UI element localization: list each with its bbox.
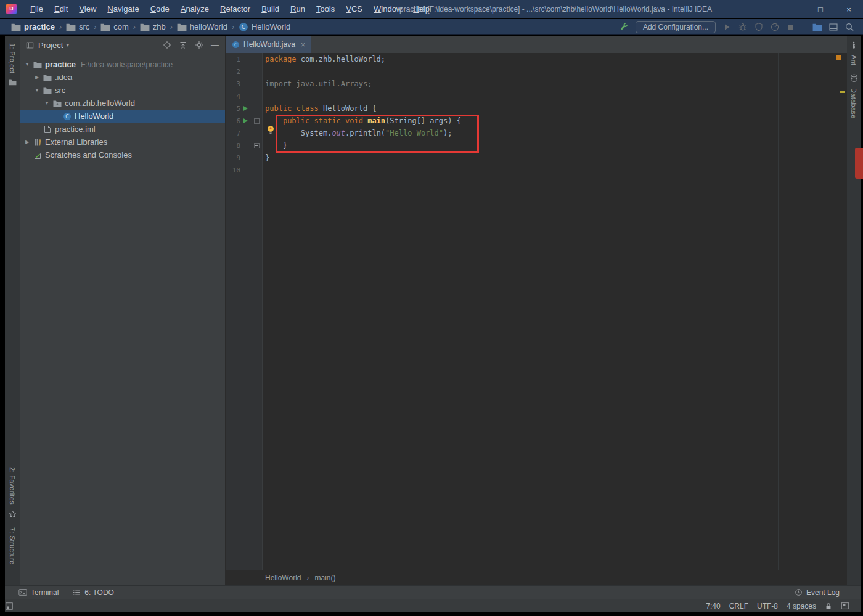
caret-position[interactable]: 7:40 <box>706 602 720 610</box>
line-ending[interactable]: CRLF <box>729 602 748 610</box>
run-icon[interactable] <box>722 22 732 32</box>
menu-item-analyze[interactable]: Analyze <box>176 3 214 15</box>
code-line-4[interactable]: 4 <box>226 90 847 102</box>
run-main-gutter-icon[interactable] <box>242 118 248 124</box>
tree-row-helloworld[interactable]: C HelloWorld <box>20 110 225 123</box>
project-structure-icon[interactable] <box>812 22 822 32</box>
tool-window-switcher-icon[interactable] <box>5 602 14 610</box>
code-line-5[interactable]: 5 public class HelloWorld { <box>226 102 847 115</box>
tab-close-icon[interactable]: × <box>301 40 306 49</box>
navigation-toolbar: practice › src › com › zhb › helloWorld … <box>0 19 863 35</box>
tree-row-package[interactable]: ▼ com.zhb.helloWorld <box>20 97 225 110</box>
folder-icon <box>43 87 52 94</box>
code-line-1[interactable]: 1 package com.zhb.helloWorld; <box>226 53 847 65</box>
collapse-all-icon[interactable] <box>179 41 187 49</box>
menu-item-edit[interactable]: Edit <box>49 3 73 15</box>
build-hammer-icon[interactable] <box>620 22 629 32</box>
add-configuration-button[interactable]: Add Configuration... <box>636 21 716 33</box>
minimize-button[interactable]: — <box>778 0 806 18</box>
highlighting-level-icon[interactable] <box>841 602 849 610</box>
code-line-2[interactable]: 2 <box>226 65 847 78</box>
menu-item-navigate[interactable]: Navigate <box>102 3 144 15</box>
tool-window-button-favorites[interactable]: 2: Favorites <box>5 467 20 518</box>
line-number: 5 <box>226 105 240 113</box>
run-class-gutter-icon[interactable] <box>242 105 248 111</box>
event-log-button[interactable]: Event Log <box>795 588 840 597</box>
hide-panel-icon[interactable]: — <box>211 42 219 48</box>
right-tool-stripe: Ant Database <box>847 36 861 585</box>
gear-icon[interactable] <box>195 41 203 49</box>
tool-window-button-structure[interactable]: 7: Structure <box>5 527 20 564</box>
folder-icon <box>66 22 76 32</box>
module-file-icon <box>44 125 51 134</box>
tool-window-button-database[interactable]: Database <box>847 74 861 119</box>
todo-button[interactable]: 6: TODO <box>72 588 114 597</box>
breadcrumb-zhb[interactable]: zhb <box>140 22 166 32</box>
intention-lightbulb-icon[interactable] <box>266 125 275 136</box>
layout-icon[interactable] <box>828 22 838 32</box>
code-line-10[interactable]: 10 <box>226 164 847 176</box>
stop-icon[interactable] <box>786 22 796 32</box>
folder-icon <box>100 22 110 32</box>
class-icon: C <box>63 112 72 121</box>
warning-stripe-mark[interactable] <box>840 91 845 93</box>
tree-row-practice[interactable]: ▼ practice F:\idea-workspace\practice <box>20 58 225 71</box>
menu-item-run[interactable]: Run <box>285 3 310 15</box>
code-line-3[interactable]: 3 import java.util.Arrays; <box>226 78 847 90</box>
indent-setting[interactable]: 4 spaces <box>787 602 816 610</box>
menu-item-tools[interactable]: Tools <box>311 3 340 15</box>
line-number: 3 <box>226 80 240 88</box>
libraries-icon <box>33 138 42 147</box>
project-tree: ▼ practice F:\idea-workspace\practice ▶ … <box>20 54 225 161</box>
tool-window-icon <box>26 41 34 49</box>
tree-row-external-libraries[interactable]: ▶ External Libraries <box>20 136 225 148</box>
menu-item-view[interactable]: View <box>74 3 101 15</box>
profiler-icon[interactable] <box>770 22 780 32</box>
collapsed-arrow-icon[interactable]: ▶ <box>22 139 32 145</box>
locate-target-icon[interactable] <box>163 41 171 49</box>
lock-icon[interactable] <box>825 602 832 610</box>
expanded-arrow-icon[interactable]: ▼ <box>32 87 42 93</box>
tool-window-button-project[interactable]: 1: Project <box>5 43 20 86</box>
close-button[interactable]: × <box>835 0 863 18</box>
menu-item-code[interactable]: Code <box>145 3 174 15</box>
editor-body[interactable]: 1 package com.zhb.helloWorld; 2 3 import… <box>226 53 847 570</box>
breadcrumb-practice[interactable]: practice <box>11 22 55 32</box>
svg-text:C: C <box>65 114 69 120</box>
editor-area: C HelloWorld.java × 1 package com.zhb.he… <box>226 36 847 585</box>
menu-item-file[interactable]: File <box>25 3 48 15</box>
terminal-button[interactable]: Terminal <box>18 588 59 597</box>
tree-row-scratches[interactable]: Scratches and Consoles <box>20 148 225 161</box>
menu-item-build[interactable]: Build <box>256 3 284 15</box>
intellij-logo-icon: IJ <box>6 4 17 14</box>
tool-window-button-ant[interactable]: Ant <box>847 41 861 65</box>
breadcrumb-com[interactable]: com <box>100 22 129 32</box>
coverage-icon[interactable] <box>754 22 764 32</box>
search-everywhere-icon[interactable] <box>845 22 854 32</box>
folder-icon <box>43 74 52 81</box>
fold-collapse-icon[interactable] <box>254 118 260 124</box>
chevron-down-icon[interactable]: ▾ <box>66 42 69 48</box>
expanded-arrow-icon[interactable]: ▼ <box>22 62 32 67</box>
breadcrumb-helloworld-pkg[interactable]: helloWorld <box>177 22 227 32</box>
code-line-9[interactable]: 9 } <box>226 152 847 164</box>
expanded-arrow-icon[interactable]: ▼ <box>42 100 52 106</box>
collapsed-arrow-icon[interactable]: ▶ <box>32 75 42 80</box>
editor-tab-helloworld[interactable]: C HelloWorld.java × <box>226 36 311 53</box>
menu-item-refactor[interactable]: Refactor <box>215 3 255 15</box>
breadcrumb-src[interactable]: src <box>66 22 89 32</box>
maximize-button[interactable]: □ <box>806 0 835 18</box>
tree-row-practice-iml[interactable]: practice.iml <box>20 123 225 136</box>
breadcrumb-method[interactable]: main() <box>314 573 335 582</box>
fold-collapse-icon[interactable] <box>254 143 260 148</box>
database-stripe-label: Database <box>850 88 857 119</box>
tree-row-src[interactable]: ▼ src <box>20 84 225 97</box>
inspection-indicator[interactable] <box>836 55 841 60</box>
tree-row-idea[interactable]: ▶ .idea <box>20 71 225 84</box>
menu-item-vcs[interactable]: VCS <box>341 3 367 15</box>
breadcrumb-helloworld-class[interactable]: C HelloWorld <box>239 22 290 32</box>
file-encoding[interactable]: UTF-8 <box>757 602 778 610</box>
debug-icon[interactable] <box>738 22 748 32</box>
breadcrumb-class[interactable]: HelloWorld <box>265 573 301 582</box>
panel-title: Project <box>38 41 63 50</box>
